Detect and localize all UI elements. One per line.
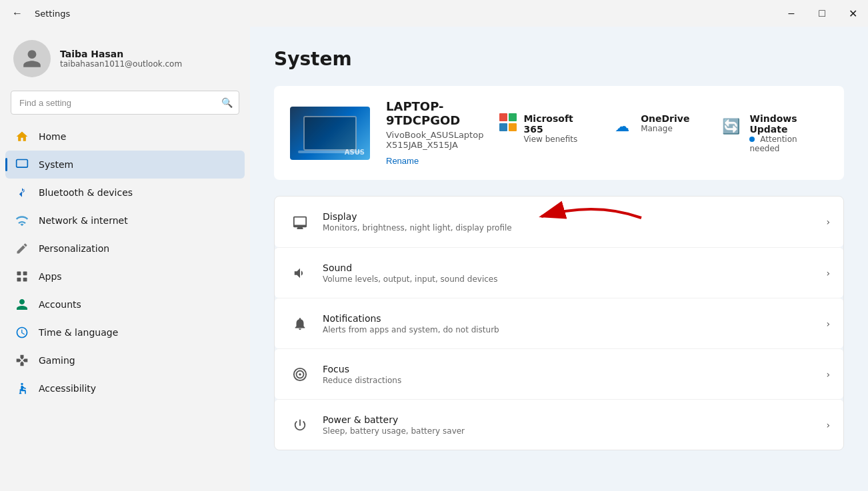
personalization-icon bbox=[15, 241, 29, 256]
titlebar-left: ← Settings bbox=[8, 4, 70, 23]
close-button[interactable]: ✕ bbox=[837, 0, 868, 27]
onedrive-text: OneDrive Manage bbox=[641, 113, 689, 133]
search-input[interactable] bbox=[11, 91, 239, 115]
settings-group: DisplayMonitors, brightness, night light… bbox=[274, 196, 844, 450]
nav-list: HomeSystemBluetooth & devicesNetwork & i… bbox=[0, 123, 250, 402]
sidebar-item-time[interactable]: Time & language bbox=[5, 318, 245, 346]
sidebar-item-home-label: Home bbox=[39, 131, 66, 142]
onedrive-icon: ☁ bbox=[615, 118, 629, 135]
main-content: System LAPTOP-9TDCPGOD VivoBook_ASUSLapt… bbox=[250, 27, 868, 491]
sidebar-item-bluetooth[interactable]: Bluetooth & devices bbox=[5, 179, 245, 207]
bluetooth-icon bbox=[15, 185, 29, 200]
microsoft365-service: Microsoft 365 View benefits bbox=[499, 113, 589, 153]
windows-update-name: Windows Update bbox=[749, 113, 828, 135]
windows-update-icon: 🔄 bbox=[722, 118, 740, 135]
power-desc: Sleep, battery usage, battery saver bbox=[323, 426, 826, 436]
device-info: LAPTOP-9TDCPGOD VivoBook_ASUSLaptop X515… bbox=[386, 99, 483, 167]
windows-update-desc: Attention needed bbox=[749, 135, 828, 153]
sound-desc: Volume levels, output, input, sound devi… bbox=[323, 274, 826, 284]
focus-desc: Reduce distractions bbox=[323, 376, 826, 385]
person-icon bbox=[21, 48, 43, 69]
microsoft365-desc: View benefits bbox=[523, 135, 589, 144]
app-title: Settings bbox=[35, 9, 70, 19]
user-name: Taiba Hasan bbox=[60, 49, 182, 59]
focus-title: Focus bbox=[323, 364, 826, 374]
laptop-shape bbox=[303, 116, 357, 151]
power-chevron-icon: › bbox=[826, 420, 830, 430]
display-chevron-icon: › bbox=[826, 217, 830, 227]
windows-update-text: Windows Update Attention needed bbox=[749, 113, 828, 153]
display-title: Display bbox=[323, 211, 826, 222]
focus-chevron-icon: › bbox=[826, 369, 830, 380]
sidebar-item-bluetooth-label: Bluetooth & devices bbox=[39, 187, 133, 198]
user-section: Taiba Hasan taibahasan1011@outlook.com bbox=[0, 27, 250, 88]
gaming-icon bbox=[15, 353, 29, 368]
device-name: LAPTOP-9TDCPGOD bbox=[386, 99, 483, 127]
back-button[interactable]: ← bbox=[8, 4, 27, 23]
settings-item-power[interactable]: Power & batterySleep, battery usage, bat… bbox=[275, 399, 843, 450]
network-icon bbox=[15, 213, 29, 228]
sound-title: Sound bbox=[323, 262, 826, 273]
sound-text: SoundVolume levels, output, input, sound… bbox=[323, 262, 826, 284]
sidebar-item-gaming[interactable]: Gaming bbox=[5, 346, 245, 374]
window-controls: – □ ✕ bbox=[776, 0, 868, 27]
titlebar: ← Settings – □ ✕ bbox=[0, 0, 868, 27]
microsoft365-icon bbox=[499, 113, 517, 132]
device-model: VivoBook_ASUSLaptop X515JAB_X515JA bbox=[386, 130, 483, 150]
windows-update-icon-wrap: 🔄 bbox=[719, 115, 743, 139]
notifications-chevron-icon: › bbox=[826, 318, 830, 329]
accessibility-icon bbox=[15, 381, 29, 396]
sidebar-item-accessibility[interactable]: Accessibility bbox=[5, 374, 245, 402]
onedrive-service: ☁ OneDrive Manage bbox=[610, 113, 689, 153]
sidebar-item-system[interactable]: System bbox=[5, 151, 245, 179]
settings-item-sound[interactable]: SoundVolume levels, output, input, sound… bbox=[275, 247, 843, 298]
page-title: System bbox=[274, 48, 844, 70]
notifications-text: NotificationsAlerts from apps and system… bbox=[323, 313, 826, 334]
sidebar-item-apps[interactable]: Apps bbox=[5, 262, 245, 290]
display-icon bbox=[288, 210, 312, 234]
svg-rect-1 bbox=[17, 272, 21, 276]
svg-rect-4 bbox=[23, 278, 27, 282]
sidebar-item-personalization-label: Personalization bbox=[39, 243, 109, 254]
sidebar-item-network[interactable]: Network & internet bbox=[5, 207, 245, 235]
rename-button[interactable]: Rename bbox=[386, 156, 419, 166]
avatar bbox=[13, 40, 51, 77]
power-icon bbox=[288, 413, 312, 437]
notifications-desc: Alerts from apps and system, do not dist… bbox=[323, 325, 826, 334]
sidebar-item-accounts[interactable]: Accounts bbox=[5, 290, 245, 318]
display-desc: Monitors, brightness, night light, displ… bbox=[323, 223, 826, 233]
sidebar: Taiba Hasan taibahasan1011@outlook.com 🔍… bbox=[0, 27, 250, 491]
svg-point-9 bbox=[299, 373, 301, 376]
power-text: Power & batterySleep, battery usage, bat… bbox=[323, 414, 826, 436]
notifications-title: Notifications bbox=[323, 313, 826, 324]
sidebar-item-accessibility-label: Accessibility bbox=[39, 383, 96, 394]
user-email: taibahasan1011@outlook.com bbox=[60, 59, 182, 69]
settings-item-focus[interactable]: FocusReduce distractions› bbox=[275, 348, 843, 399]
power-title: Power & battery bbox=[323, 414, 826, 425]
microsoft365-name: Microsoft 365 bbox=[523, 113, 589, 135]
svg-rect-0 bbox=[17, 160, 28, 168]
sidebar-item-apps-label: Apps bbox=[39, 271, 62, 282]
maximize-button[interactable]: □ bbox=[807, 0, 837, 27]
sound-icon bbox=[288, 261, 312, 285]
apps-icon bbox=[15, 269, 29, 284]
focus-text: FocusReduce distractions bbox=[323, 364, 826, 385]
sound-chevron-icon: › bbox=[826, 268, 830, 278]
notifications-icon bbox=[288, 312, 312, 336]
settings-item-display[interactable]: DisplayMonitors, brightness, night light… bbox=[275, 197, 843, 247]
svg-point-5 bbox=[21, 383, 23, 385]
sidebar-item-home[interactable]: Home bbox=[5, 123, 245, 151]
onedrive-icon-wrap: ☁ bbox=[610, 115, 634, 139]
settings-item-notifications[interactable]: NotificationsAlerts from apps and system… bbox=[275, 298, 843, 348]
svg-rect-3 bbox=[17, 278, 21, 282]
accounts-icon bbox=[15, 297, 29, 312]
device-image bbox=[290, 107, 370, 160]
home-icon bbox=[15, 129, 29, 144]
minimize-button[interactable]: – bbox=[776, 0, 807, 27]
app-container: Taiba Hasan taibahasan1011@outlook.com 🔍… bbox=[0, 27, 868, 491]
services-section: Microsoft 365 View benefits ☁ OneDrive M… bbox=[499, 113, 828, 153]
sidebar-item-personalization[interactable]: Personalization bbox=[5, 235, 245, 262]
windows-update-service: 🔄 Windows Update Attention needed bbox=[719, 113, 828, 153]
device-card: LAPTOP-9TDCPGOD VivoBook_ASUSLaptop X515… bbox=[274, 86, 844, 180]
onedrive-desc: Manage bbox=[641, 124, 689, 133]
